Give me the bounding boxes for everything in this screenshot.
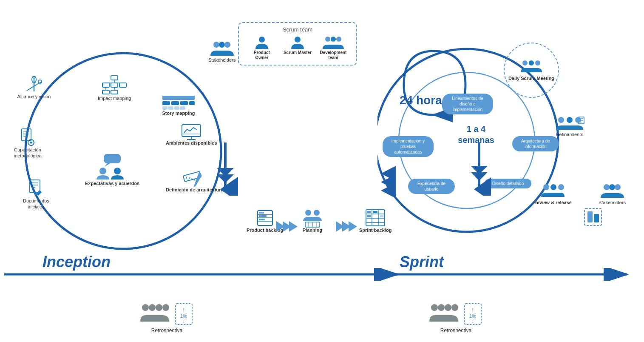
daily-scrum-box: Daily Scrum Meeting: [504, 43, 559, 98]
dev-team-icon: [323, 35, 344, 50]
svg-point-0: [259, 37, 265, 43]
svg-text:1%: 1%: [180, 314, 187, 319]
svg-line-28: [35, 194, 36, 196]
expectativas-label: Expectativas y acuerdos: [85, 181, 139, 186]
svg-rect-43: [180, 101, 188, 105]
refinamiento-icon: [555, 115, 584, 132]
ambientes-label: Ambientes disponibles: [166, 140, 217, 145]
svg-text:↓: ↓: [183, 319, 185, 324]
daily-scrum-icon: [521, 59, 542, 74]
svg-point-100: [529, 60, 534, 66]
svg-point-129: [431, 304, 438, 311]
svg-marker-84: [349, 221, 357, 232]
svg-rect-34: [111, 83, 118, 87]
svg-text:1%: 1%: [469, 314, 476, 319]
svg-point-120: [615, 184, 621, 190]
svg-point-131: [445, 304, 451, 311]
sprint-chevrons: [381, 166, 396, 200]
retrospectiva-left: ↑ 1% ↓ Retrospectiva: [140, 302, 193, 333]
pill-experiencia: Experiencia de usuario: [408, 179, 455, 194]
product-owner-icon: [253, 35, 270, 50]
product-backlog-icon: [255, 208, 275, 228]
down-arrow-inception: [213, 140, 238, 196]
svg-rect-46: [168, 106, 173, 110]
svg-point-1: [295, 37, 301, 43]
svg-rect-41: [162, 101, 170, 105]
svg-point-106: [567, 117, 573, 123]
impact-mapping-item: Impact mapping: [98, 74, 131, 101]
refinamiento-item: Refinamiento: [550, 115, 589, 137]
svg-rect-49: [182, 125, 201, 137]
svg-point-119: [609, 184, 615, 190]
planning-item: Planning: [302, 208, 323, 233]
flow-chevron-1: [276, 221, 298, 232]
chat-people-icon: [95, 153, 129, 181]
retrospectiva-left-label: Retrospectiva: [151, 328, 182, 333]
stakeholders-right-item: Stakeholders: [593, 183, 631, 205]
down-arrow-sprint: [468, 140, 491, 196]
svg-rect-116: [587, 211, 593, 222]
sprint-label: Sprint: [400, 253, 444, 271]
stakeholders-right-icon: [601, 183, 624, 200]
svg-point-2: [325, 37, 330, 42]
hierarchy-icon: [102, 74, 127, 96]
svg-rect-44: [189, 101, 195, 105]
review-release-label: Review & release: [533, 200, 572, 205]
svg-point-3: [331, 37, 336, 42]
svg-point-77: [314, 210, 320, 216]
pill-implementacion: Implementación y pruebas automatizadas: [383, 136, 434, 157]
svg-marker-140: [217, 174, 234, 183]
svg-marker-144: [471, 172, 488, 181]
svg-rect-35: [119, 83, 126, 87]
team-member-scrum-master: Scrum Master: [283, 35, 312, 55]
svg-rect-24: [30, 180, 40, 193]
svg-rect-71: [259, 215, 267, 217]
monitor-chart-icon: [181, 123, 202, 140]
team-member-dev-team: Development team: [318, 35, 348, 60]
svg-rect-39: [111, 90, 118, 94]
inception-label: Inception: [43, 253, 111, 271]
flow-chevron-2: [336, 221, 357, 232]
capacitacion-item: Capacitación metodológica: [6, 128, 49, 159]
dev-team-label: Development team: [318, 50, 348, 60]
svg-point-122: [149, 304, 156, 311]
svg-line-55: [189, 177, 190, 180]
review-box-dashed: [582, 206, 604, 228]
story-mapping-label: Story mapping: [162, 111, 195, 116]
svg-rect-93: [373, 211, 377, 213]
svg-rect-92: [367, 215, 371, 217]
story-mapping-icon: [162, 94, 196, 111]
svg-line-54: [186, 177, 187, 179]
svg-rect-48: [180, 106, 185, 110]
scrum-master-icon: [289, 35, 306, 50]
svg-point-113: [550, 184, 556, 190]
svg-rect-45: [162, 106, 167, 110]
scrum-team-members: Product Owner Scrum Master Development t: [244, 35, 351, 60]
svg-rect-14: [22, 129, 31, 141]
svg-rect-117: [594, 214, 599, 222]
ruler-pencil-icon: [183, 170, 206, 187]
story-mapping-item: Story mapping: [162, 94, 196, 116]
retrospectiva-right: ↑ 1% ↓ Retrospectiva: [429, 302, 482, 333]
svg-point-121: [142, 304, 149, 311]
scrum-master-label: Scrum Master: [284, 50, 312, 55]
svg-point-112: [543, 184, 549, 190]
retro-right-people-icon: [429, 302, 459, 326]
svg-text:↑: ↑: [182, 306, 185, 313]
svg-point-130: [438, 304, 445, 311]
telescope-icon: [25, 74, 44, 94]
scrum-team-box: Scrum team Product Owner Scrum Master: [238, 22, 357, 66]
svg-point-105: [558, 117, 564, 123]
svg-rect-29: [111, 76, 118, 80]
pill-lineamientos: Lineamientos de diseño e implementación: [442, 94, 493, 114]
svg-rect-72: [259, 219, 265, 220]
svg-point-132: [451, 304, 458, 311]
svg-rect-40: [162, 96, 195, 100]
documentos-label: Documentos iniciales: [15, 198, 57, 210]
document-pen-icon: [28, 179, 45, 198]
svg-marker-59: [105, 163, 110, 167]
document-gear-icon: [18, 128, 37, 147]
svg-text:↓: ↓: [472, 319, 474, 324]
product-owner-label: Product Owner: [247, 50, 277, 60]
svg-rect-58: [104, 154, 121, 163]
